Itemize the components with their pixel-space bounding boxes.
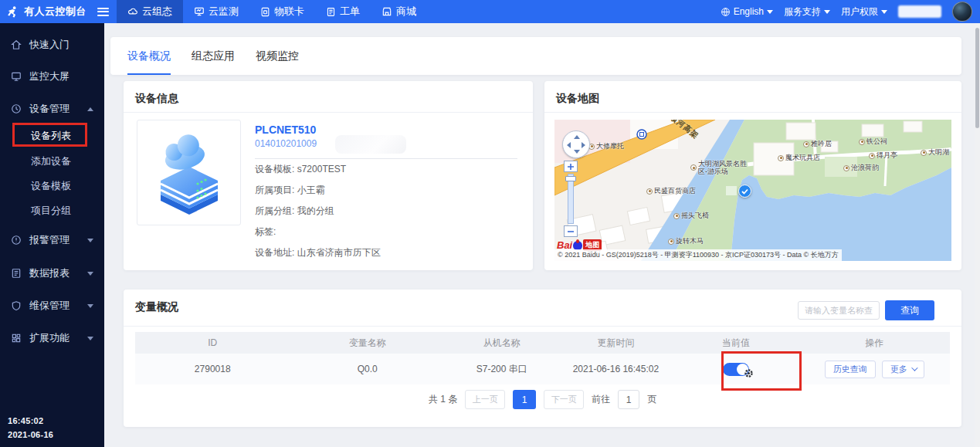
variables-panel: 变量概况 查询 ID 变量名称 从机名称 更新时间 当前值 操作 2790018…	[124, 290, 961, 427]
service-support-menu[interactable]: 服务支持	[784, 5, 830, 19]
permissions-label: 用户权限	[841, 5, 878, 19]
map-poi: 大明湖	[921, 147, 949, 157]
scrollbar[interactable]	[975, 23, 980, 447]
sidebar-item-data-report[interactable]: 数据报表	[0, 265, 104, 282]
sidebar-item-quickstart[interactable]: 快速入门	[0, 36, 104, 53]
nav-iot-sim[interactable]: 物联卡	[249, 0, 315, 23]
device-field-tags: 标签:	[255, 225, 276, 239]
cell-current-value	[673, 354, 799, 384]
user-permissions-menu[interactable]: 用户权限	[841, 5, 887, 19]
map-pan-control[interactable]	[562, 130, 590, 158]
map-zoom-handle[interactable]	[565, 176, 576, 181]
map-poi: 大明湖风景名胜区-游乐场	[690, 160, 751, 175]
sidebar-item-device-list[interactable]: 设备列表	[0, 127, 104, 144]
pan-right-icon[interactable]	[582, 142, 585, 148]
poi-icon	[869, 153, 875, 159]
cell-actions: 历史查询 更多	[799, 354, 950, 384]
device-field-template: 设备模板: s7200TEST	[255, 163, 346, 176]
poi-label: 雅吟居	[811, 139, 832, 149]
sidebar-item-project-group[interactable]: 项目分组	[0, 202, 104, 219]
sidebar-clock-date: 2021-06-16	[8, 430, 53, 439]
tab-video-monitoring[interactable]: 视频监控	[256, 37, 299, 75]
map-zoom-out-button[interactable]	[564, 225, 578, 237]
topbar: 有人云控制台 云组态 云监测 物联卡 工单 商城	[0, 0, 980, 23]
chevron-down-icon	[87, 239, 93, 242]
globe-icon	[721, 7, 731, 17]
map-poi: 得月亭	[869, 151, 897, 161]
next-page-button[interactable]: 下一页	[544, 390, 584, 409]
sidebar-label: 设备管理	[29, 102, 70, 116]
poi-label: 大修摩托	[596, 141, 624, 151]
sidebar-item-alarm-management[interactable]: 报警管理	[0, 232, 104, 249]
page-unit-label: 页	[647, 393, 656, 406]
nav-cloud-scada[interactable]: 云组态	[117, 0, 183, 23]
bus-stop-icon	[637, 130, 646, 139]
more-actions-button[interactable]: 更多	[882, 361, 924, 378]
nav-label: 工单	[340, 5, 360, 19]
pagination: 共 1 条 上一页 1 下一页 前往 页	[124, 390, 961, 409]
brand[interactable]: 有人云控制台	[0, 5, 93, 19]
pan-left-icon[interactable]	[567, 142, 571, 148]
tab-scada-apps[interactable]: 组态应用	[192, 37, 235, 75]
avatar[interactable]	[952, 2, 972, 22]
poi-label: 魔术玩具店	[785, 153, 820, 163]
poi-label: 大明湖	[928, 147, 949, 157]
field-label: 设备模板:	[255, 164, 294, 174]
nav-mall[interactable]: 商城	[371, 0, 427, 23]
tab-label: 视频监控	[256, 49, 299, 63]
sidebar-label: 维保管理	[29, 299, 70, 313]
field-value: 山东省济南市历下区	[297, 247, 381, 258]
divider	[255, 158, 517, 159]
nav-cloud-monitor[interactable]: 云监测	[183, 0, 249, 23]
history-query-button[interactable]: 历史查询	[825, 361, 876, 378]
device-image	[137, 120, 241, 225]
map-poi: 铁公祠	[859, 137, 887, 147]
goto-page-input[interactable]	[618, 390, 639, 409]
col-header-actions: 操作	[799, 332, 950, 354]
sidebar-item-device-management[interactable]: 设备管理	[0, 100, 104, 117]
sidebar-item-dashboard[interactable]: 监控大屏	[0, 68, 104, 85]
page-1-button[interactable]: 1	[513, 390, 536, 409]
poi-label: 大明湖风景名胜区-游乐场	[698, 160, 751, 175]
prev-page-button[interactable]: 上一页	[465, 390, 505, 409]
sidebar-item-maintenance[interactable]: 维保管理	[0, 297, 104, 314]
check-icon	[741, 188, 748, 195]
divider	[544, 112, 961, 113]
map-zoom-in-button[interactable]	[564, 161, 578, 172]
sidebar-item-add-device[interactable]: 添加设备	[0, 153, 104, 170]
pan-up-icon[interactable]	[574, 135, 580, 139]
map-zoom-slider[interactable]	[568, 174, 574, 224]
scrollbar-thumb[interactable]	[975, 28, 979, 128]
menu-toggle-icon[interactable]	[97, 8, 109, 16]
value-toggle-switch[interactable]	[723, 363, 749, 376]
poi-icon	[778, 155, 784, 161]
search-button[interactable]: 查询	[885, 300, 934, 320]
device-map-panel: 设备地图	[544, 81, 961, 270]
map-poi: 民盛百货商店	[646, 186, 696, 196]
variables-table: ID 变量名称 从机名称 更新时间 当前值 操作 2790018 Q0.0 S7…	[135, 332, 950, 384]
cell-slave: S7-200 串口	[445, 354, 559, 384]
pan-down-icon[interactable]	[574, 150, 580, 154]
nav-label: 商城	[396, 5, 416, 19]
sidebar-item-extensions[interactable]: 扩展功能	[0, 330, 104, 347]
chevron-down-icon	[824, 10, 830, 14]
poi-icon	[673, 213, 680, 219]
support-label: 服务支持	[784, 5, 821, 19]
more-label: 更多	[890, 364, 907, 375]
device-location-marker[interactable]	[738, 185, 751, 198]
chevron-down-icon	[911, 364, 917, 371]
tab-device-overview[interactable]: 设备概况	[127, 37, 171, 75]
variable-search-input[interactable]	[798, 301, 880, 320]
field-label: 设备地址:	[255, 247, 294, 258]
col-header-updated: 更新时间	[559, 332, 673, 354]
language-switcher[interactable]: English	[721, 6, 773, 17]
sidebar-item-device-template[interactable]: 设备模板	[0, 178, 104, 195]
field-label: 所属项目:	[255, 185, 294, 195]
nav-work-order[interactable]: 工单	[315, 0, 371, 23]
cloud-server-illustration	[147, 130, 232, 216]
home-icon	[10, 39, 22, 51]
sidebar-sublabel: 项目分组	[31, 204, 71, 218]
map-poi: 雅吟居	[803, 139, 832, 149]
baidu-map[interactable]: 顺河高架 大修摩托 大明湖风景名胜区-游乐场 民盛百货商店 摇头飞椅 旋转木马 …	[554, 120, 951, 261]
field-value: 我的分组	[297, 205, 334, 216]
